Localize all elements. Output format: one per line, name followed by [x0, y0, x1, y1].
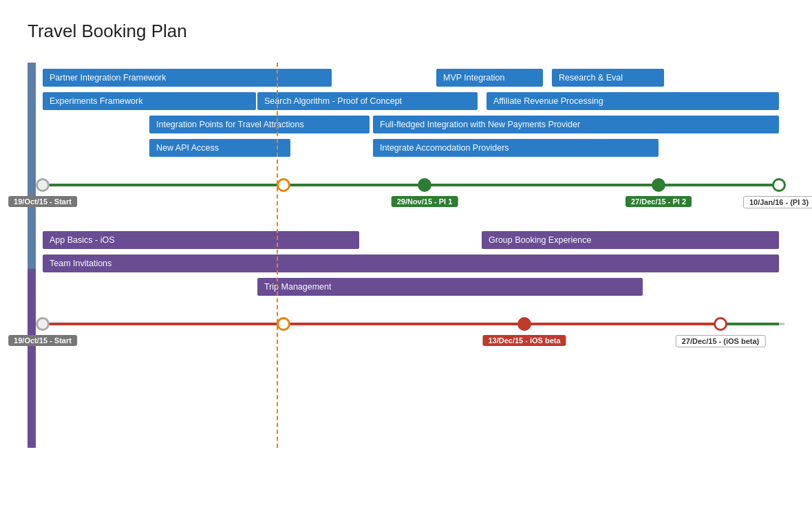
top-section-bars: Partner Integration Framework MVP Integr… [43, 63, 784, 164]
bar-new-api: New API Access [149, 139, 290, 157]
bar-full-fledged: Full-fledged Integration with New Paymen… [373, 116, 779, 133]
bar-integration-points: Integration Points for Travel Attraction… [149, 116, 370, 133]
bar-row: New API Access Integrate Accomodation Pr… [43, 138, 784, 158]
milestone-pi3 [772, 178, 786, 192]
milestone-b-start-label: 19/Oct/15 - Start [8, 335, 77, 346]
milestone-b-orange [277, 317, 290, 331]
milestone-pi2-label: 27/Dec/15 - PI 2 [626, 196, 692, 207]
milestone-start [36, 178, 50, 192]
bottom-section-bars: App Basics - iOS Group Booking Experienc… [43, 225, 784, 303]
milestone-start-label: 19/Oct/15 - Start [8, 196, 77, 207]
bar-row: Team Invitations [43, 254, 784, 273]
top-section: Partner Integration Framework MVP Integr… [43, 63, 784, 211]
bar-search-algo: Search Algorithm - Proof of Concept [257, 92, 478, 110]
bottom-section: App Basics - iOS Group Booking Experienc… [43, 225, 784, 350]
bar-partner-integration: Partner Integration Framework [43, 69, 332, 87]
milestone-ios-beta2-label: 27/Dec/15 - (iOS beta) [676, 335, 766, 347]
bar-mvp-integration: MVP Integration [436, 69, 543, 87]
page-title: Travel Booking Plan [28, 21, 784, 42]
timeline-red [43, 323, 779, 325]
bar-row: Experiments Framework Search Algorithm -… [43, 91, 784, 111]
bar-app-basics: App Basics - iOS [43, 231, 359, 249]
bar-affiliate: Affiliate Revenue Processing [487, 92, 779, 110]
milestone-ios-beta [517, 317, 531, 331]
timeline-green [43, 184, 779, 186]
top-timeline: 19/Oct/15 - Start 29/Nov/15 - PI 1 27/De… [43, 170, 784, 211]
milestone-ios-beta-label: 13/Dec/15 - iOS beta [482, 335, 566, 346]
bar-experiments: Experiments Framework [43, 92, 256, 110]
milestone-pi1-label: 29/Nov/15 - PI 1 [392, 196, 458, 207]
bar-trip-management: Trip Management [257, 278, 643, 296]
left-bar [28, 63, 36, 448]
bar-row: App Basics - iOS Group Booking Experienc… [43, 230, 784, 250]
milestone-pi1 [418, 178, 431, 192]
bar-research-eval: Research & Eval [552, 69, 664, 87]
bar-row: Trip Management [43, 277, 784, 296]
milestone-b-start [36, 317, 50, 331]
bar-group-booking: Group Booking Experience [482, 231, 779, 249]
bar-row: Integration Points for Travel Attraction… [43, 115, 784, 134]
bottom-timeline: 19/Oct/15 - Start 13/Dec/15 - iOS beta 2… [43, 309, 784, 350]
bar-team-invitations: Team Invitations [43, 254, 779, 272]
milestone-pi3-label: 10/Jan/16 - (PI 3) [743, 196, 812, 208]
timeline-green-b [720, 323, 779, 325]
bar-integrate-accom: Integrate Accomodation Providers [373, 139, 659, 157]
milestone-ios-beta2 [714, 317, 727, 331]
bar-row: Partner Integration Framework MVP Integr… [43, 68, 784, 87]
milestone-orange [277, 178, 290, 192]
milestone-pi2 [652, 178, 665, 192]
gantt-body: Partner Integration Framework MVP Integr… [36, 63, 784, 448]
spacer [43, 214, 784, 225]
